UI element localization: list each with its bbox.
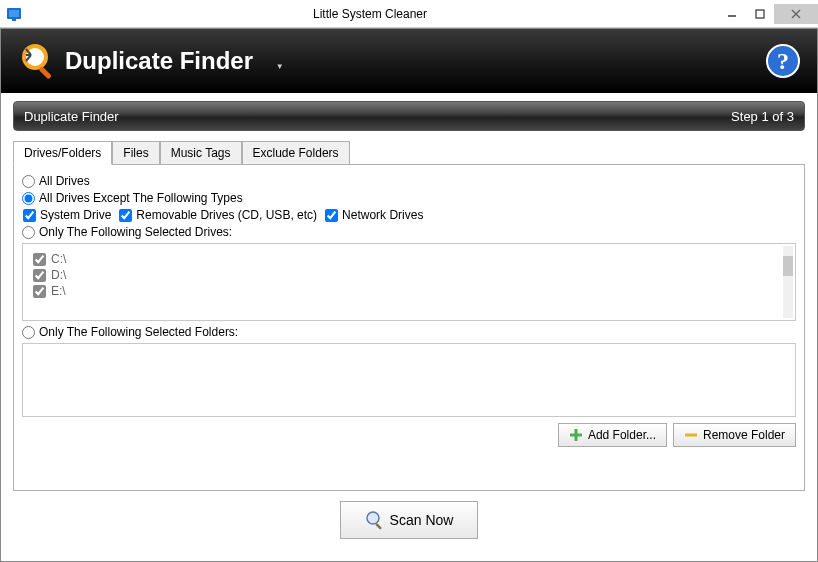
magnifier-icon — [17, 41, 57, 81]
drive-label: E:\ — [51, 284, 66, 298]
tab-music-tags[interactable]: Music Tags — [160, 141, 242, 164]
plus-icon — [569, 428, 583, 442]
search-icon — [365, 510, 385, 530]
drive-row: D:\ — [33, 268, 785, 282]
radio-selected-folders[interactable] — [22, 326, 35, 339]
svg-rect-18 — [375, 523, 382, 530]
svg-rect-1 — [9, 10, 19, 17]
radio-except-types[interactable] — [22, 192, 35, 205]
drive-list[interactable]: C:\ D:\ E:\ — [22, 243, 796, 321]
svg-rect-16 — [685, 434, 697, 437]
radio-all-drives[interactable] — [22, 175, 35, 188]
banner-title: Duplicate Finder ▼ — [65, 47, 765, 75]
dropdown-caret-icon[interactable]: ▼ — [276, 62, 284, 71]
label-removable: Removable Drives (CD, USB, etc) — [136, 208, 317, 222]
banner: Duplicate Finder ▼ ? — [1, 29, 817, 93]
step-title: Duplicate Finder — [24, 109, 731, 124]
drive-check-d[interactable] — [33, 269, 46, 282]
remove-folder-button[interactable]: Remove Folder — [673, 423, 796, 447]
tab-strip: Drives/Folders Files Music Tags Exclude … — [13, 141, 805, 165]
drive-row: E:\ — [33, 284, 785, 298]
tab-drives-folders[interactable]: Drives/Folders — [13, 141, 112, 165]
label-selected-folders: Only The Following Selected Folders: — [39, 325, 238, 339]
scrollbar-thumb[interactable] — [783, 256, 793, 276]
label-all-drives: All Drives — [39, 174, 90, 188]
svg-rect-2 — [12, 19, 16, 21]
titlebar: Little System Cleaner — [0, 0, 818, 28]
label-selected-drives: Only The Following Selected Drives: — [39, 225, 232, 239]
check-removable[interactable] — [119, 209, 132, 222]
minus-icon — [684, 428, 698, 442]
tab-content: All Drives All Drives Except The Followi… — [13, 165, 805, 491]
tab-exclude-folders[interactable]: Exclude Folders — [242, 141, 350, 164]
drive-row: C:\ — [33, 252, 785, 266]
scan-now-button[interactable]: Scan Now — [340, 501, 479, 539]
drive-label: D:\ — [51, 268, 66, 282]
svg-rect-4 — [756, 10, 764, 18]
svg-rect-15 — [570, 434, 582, 437]
close-button[interactable] — [774, 4, 818, 24]
tab-files[interactable]: Files — [112, 141, 159, 164]
scan-label: Scan Now — [390, 512, 454, 528]
window-title: Little System Cleaner — [22, 7, 718, 21]
banner-title-text: Duplicate Finder — [65, 47, 253, 74]
add-folder-button[interactable]: Add Folder... — [558, 423, 667, 447]
label-network: Network Drives — [342, 208, 423, 222]
label-system-drive: System Drive — [40, 208, 111, 222]
step-progress: Step 1 of 3 — [731, 109, 794, 124]
help-icon[interactable]: ? — [765, 43, 801, 79]
minimize-button[interactable] — [718, 4, 746, 24]
add-folder-label: Add Folder... — [588, 428, 656, 442]
svg-text:?: ? — [777, 48, 789, 74]
radio-selected-drives[interactable] — [22, 226, 35, 239]
label-except-types: All Drives Except The Following Types — [39, 191, 243, 205]
drive-check-e[interactable] — [33, 285, 46, 298]
drive-label: C:\ — [51, 252, 66, 266]
step-bar: Duplicate Finder Step 1 of 3 — [13, 101, 805, 131]
folder-list[interactable] — [22, 343, 796, 417]
svg-point-17 — [367, 512, 379, 524]
drive-check-c[interactable] — [33, 253, 46, 266]
app-icon — [6, 6, 22, 22]
check-network[interactable] — [325, 209, 338, 222]
maximize-button[interactable] — [746, 4, 774, 24]
check-system-drive[interactable] — [23, 209, 36, 222]
remove-folder-label: Remove Folder — [703, 428, 785, 442]
svg-rect-11 — [38, 66, 51, 79]
